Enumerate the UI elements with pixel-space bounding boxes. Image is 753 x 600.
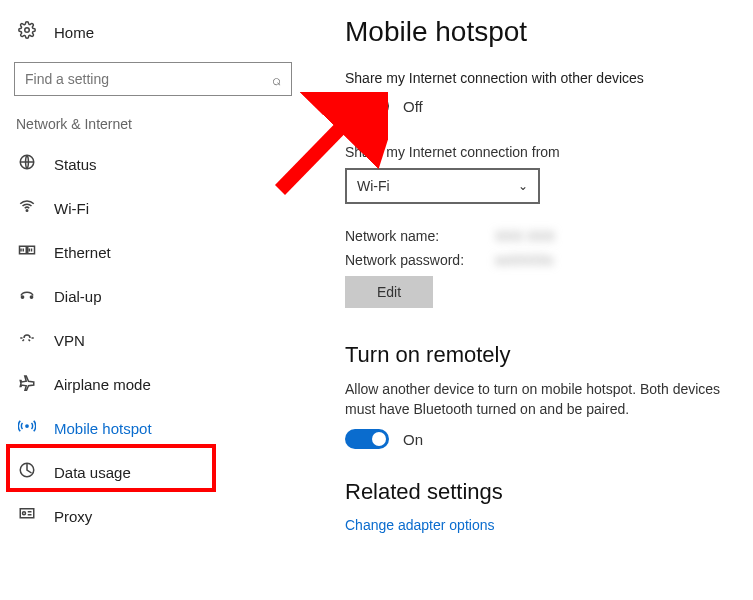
remote-toggle-state: On xyxy=(403,431,423,448)
svg-point-0 xyxy=(25,27,30,32)
ethernet-icon xyxy=(16,242,38,262)
network-name-value: XXX XXX xyxy=(495,228,555,244)
sidebar-item-ethernet[interactable]: Ethernet xyxy=(0,230,315,274)
wifi-icon xyxy=(16,197,38,220)
sidebar-item-airplane[interactable]: Airplane mode xyxy=(0,362,315,406)
share-from-value: Wi-Fi xyxy=(357,178,390,194)
vpn-icon xyxy=(16,329,38,352)
proxy-icon xyxy=(16,505,38,528)
sidebar-item-status[interactable]: Status xyxy=(0,142,315,186)
sidebar-item-wifi[interactable]: Wi-Fi xyxy=(0,186,315,230)
sidebar-item-label: VPN xyxy=(54,332,85,349)
share-toggle-state: Off xyxy=(403,98,423,115)
share-connection-toggle[interactable] xyxy=(345,96,389,116)
related-heading: Related settings xyxy=(345,479,747,505)
sidebar-home-label: Home xyxy=(54,24,94,41)
svg-point-2 xyxy=(26,209,28,211)
sidebar-item-label: Airplane mode xyxy=(54,376,151,393)
sidebar-item-vpn[interactable]: VPN xyxy=(0,318,315,362)
page-title: Mobile hotspot xyxy=(345,16,747,48)
sidebar-item-label: Mobile hotspot xyxy=(54,420,152,437)
sidebar-item-proxy[interactable]: Proxy xyxy=(0,494,315,538)
dialup-icon xyxy=(16,285,38,308)
edit-button[interactable]: Edit xyxy=(345,276,433,308)
search-settings[interactable]: ⌕ xyxy=(14,62,292,96)
svg-point-6 xyxy=(30,295,32,297)
sidebar-item-dialup[interactable]: Dial-up xyxy=(0,274,315,318)
airplane-icon xyxy=(16,373,38,396)
network-password-value: xxXXXXx xyxy=(495,252,553,268)
search-input[interactable] xyxy=(25,71,272,87)
sidebar-item-label: Data usage xyxy=(54,464,131,481)
share-from-select[interactable]: Wi-Fi ⌄ xyxy=(345,168,540,204)
hotspot-icon xyxy=(16,417,38,440)
sidebar-item-label: Status xyxy=(54,156,97,173)
remote-heading: Turn on remotely xyxy=(345,342,747,368)
svg-point-10 xyxy=(23,511,26,514)
sidebar-item-label: Ethernet xyxy=(54,244,111,261)
datausage-icon xyxy=(16,461,38,484)
settings-sidebar: Home ⌕ Network & Internet Status Wi-Fi xyxy=(0,0,315,600)
globe-icon xyxy=(16,153,38,176)
chevron-down-icon: ⌄ xyxy=(518,179,528,193)
remote-toggle[interactable] xyxy=(345,429,389,449)
sidebar-home[interactable]: Home xyxy=(0,10,315,54)
network-password-label: Network password: xyxy=(345,252,495,268)
sidebar-item-hotspot[interactable]: Mobile hotspot xyxy=(0,406,315,450)
svg-point-5 xyxy=(21,295,23,297)
sidebar-item-label: Wi-Fi xyxy=(54,200,89,217)
remote-description: Allow another device to turn on mobile h… xyxy=(345,380,747,419)
sidebar-item-label: Proxy xyxy=(54,508,92,525)
share-connection-label: Share my Internet connection with other … xyxy=(345,70,747,86)
sidebar-item-label: Dial-up xyxy=(54,288,102,305)
share-from-label: Share my Internet connection from xyxy=(345,144,747,160)
sidebar-item-datausage[interactable]: Data usage xyxy=(0,450,315,494)
svg-point-7 xyxy=(26,424,28,426)
main-content: Mobile hotspot Share my Internet connect… xyxy=(315,0,753,600)
sidebar-group-label: Network & Internet xyxy=(0,110,315,142)
gear-icon xyxy=(16,21,38,44)
change-adapter-link[interactable]: Change adapter options xyxy=(345,517,747,533)
network-name-label: Network name: xyxy=(345,228,495,244)
search-icon: ⌕ xyxy=(272,71,281,88)
